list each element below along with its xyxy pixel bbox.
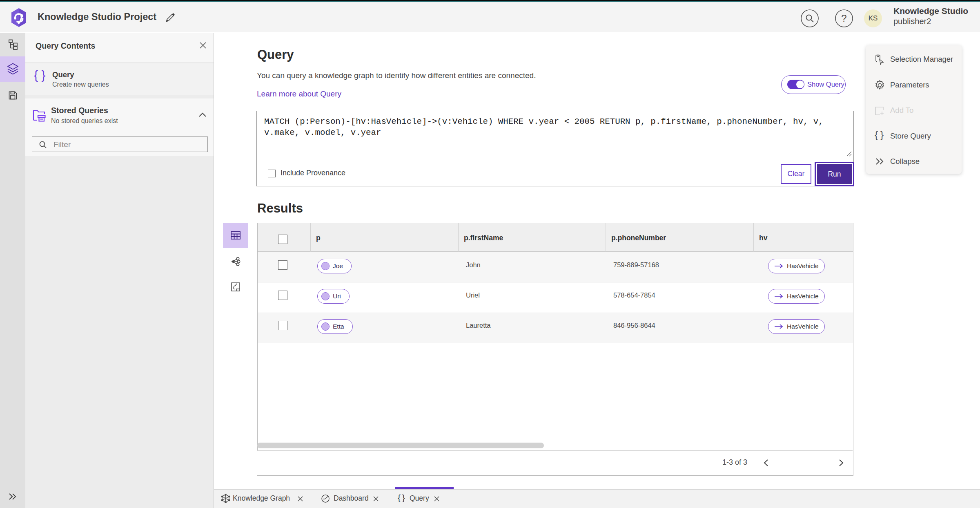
svg-text:?: ? <box>841 13 846 24</box>
